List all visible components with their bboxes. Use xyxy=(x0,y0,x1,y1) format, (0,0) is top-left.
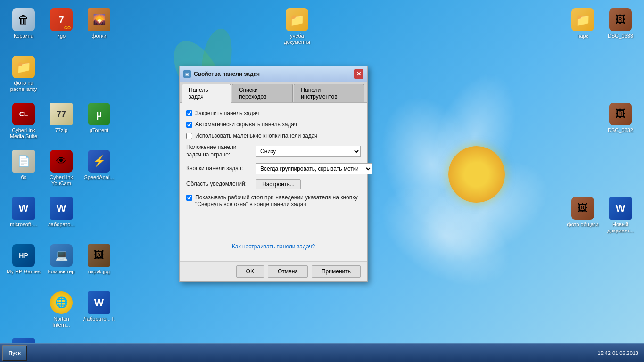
icon-dsc0333[interactable]: 🖼 DSC_0333 xyxy=(602,5,639,52)
icon-blank-r2 xyxy=(602,52,639,99)
icon-7go[interactable]: 7 GO 7go xyxy=(42,5,80,52)
icon-norton[interactable]: 🌐 Norton Intern... xyxy=(42,288,80,335)
position-row: Положение панели задач на экране: Снизу … xyxy=(186,144,361,158)
icon-bk[interactable]: 📄 бк xyxy=(5,146,42,193)
help-link[interactable]: Как настраивать панели задач? xyxy=(232,243,315,250)
buttons-label: Кнопки панели задач: xyxy=(186,165,252,173)
icon-park[interactable]: 📁 парк xyxy=(564,5,602,52)
autohide-taskbar-label[interactable]: Автоматически скрывать панель задач xyxy=(195,121,297,128)
icon-label: фото на распечатку xyxy=(7,80,41,92)
photos-icon: 🌄 xyxy=(88,8,110,31)
bk-icon: 📄 xyxy=(12,150,35,173)
icon-recycle[interactable]: 🗑 Корзина xyxy=(5,5,42,52)
link-area: Как настраивать панели задач? xyxy=(186,240,361,255)
dialog-title-icon: ▣ xyxy=(183,70,191,78)
icon-label: CyberLink Media Suite xyxy=(7,127,41,140)
speedanal-icon: ⚡ xyxy=(88,150,110,173)
laborat2-icon: W xyxy=(88,291,110,314)
icon-microsoft[interactable]: W microsoft-... xyxy=(5,193,42,240)
tab-jumplists[interactable]: Списки переходов xyxy=(232,84,293,102)
recycle-icon: 🗑 xyxy=(12,8,35,31)
icon-youcam[interactable]: 👁 CyberLink YouCam xyxy=(42,146,80,193)
dialog-tabs: Панель задач Списки переходов Панели инс… xyxy=(180,82,367,103)
show-desktop-label[interactable]: Показывать рабочий стол при наведении ук… xyxy=(195,194,361,207)
dsc0333-icon: 🖼 xyxy=(609,8,632,31)
icon-laborator[interactable]: W лаборато... xyxy=(42,193,80,240)
small-buttons-label[interactable]: Использовать маленькие кнопки панели зад… xyxy=(195,132,317,139)
checkbox-lock-row: Закрепить панель задач xyxy=(186,110,361,116)
microsoft-icon: W xyxy=(12,197,35,220)
notifications-label: Область уведомлений: xyxy=(186,181,252,188)
77zip-icon: 77 xyxy=(50,103,73,125)
ucheба-icon: 📁 xyxy=(286,8,308,31)
norton-icon: 🌐 xyxy=(50,291,73,314)
foto-obsch-icon: 🖼 xyxy=(571,197,594,220)
icon-utorrent[interactable]: µ µTorrent xyxy=(80,99,118,146)
buttons-row: Кнопки панели задач: Всегда группировать… xyxy=(186,163,361,174)
icon-speedanal[interactable]: ⚡ SpeedAnal... xyxy=(80,146,118,193)
icon-label: Компьютер xyxy=(48,269,75,275)
new-doc-icon: W xyxy=(609,197,632,220)
taskbar-time: 15:42 xyxy=(597,350,611,356)
icon-77zip[interactable]: 77 77zip xyxy=(42,99,80,146)
dialog-footer: OK Отмена Применить xyxy=(180,261,367,281)
cancel-button[interactable]: Отмена xyxy=(268,265,308,278)
icon-new-doc[interactable]: W Новый документ... xyxy=(602,193,639,240)
icon-label: бк xyxy=(21,174,26,181)
icon-label: DSC_0332 xyxy=(608,127,633,133)
icon-foto-obsch[interactable]: 🖼 фото общаги xyxy=(564,193,602,240)
small-buttons-checkbox[interactable] xyxy=(186,133,192,139)
icon-label: 77zip xyxy=(55,127,67,133)
icon-label: парк xyxy=(577,33,588,39)
icon-label: Лаборато... l. xyxy=(83,316,115,322)
buttons-select[interactable]: Всегда группировать, скрывать метки Груп… xyxy=(256,163,372,174)
autohide-taskbar-checkbox[interactable] xyxy=(186,122,192,128)
icon-label: фотки xyxy=(92,33,107,39)
icon-label: Новый документ... xyxy=(603,222,637,234)
laborator-icon: W xyxy=(50,197,73,220)
icon-ucheба[interactable]: 📁 учеба документы xyxy=(278,5,316,49)
position-label: Положение панели задач на экране: xyxy=(186,144,252,158)
youcam-icon: 👁 xyxy=(50,150,73,173)
checkbox-autohide-row: Автоматически скрывать панель задач xyxy=(186,121,361,128)
icon-uvpvk[interactable]: 🖼 uvpvk.jpg xyxy=(80,240,118,288)
icon-label: фото общаги xyxy=(567,222,599,228)
tab-toolbars[interactable]: Панели инструментов xyxy=(294,84,364,102)
icon-label: учеба документы xyxy=(280,33,314,45)
icon-blank-r3 xyxy=(564,99,602,146)
start-button[interactable]: Пуск xyxy=(2,345,27,361)
icon-cyberlink[interactable]: CL CyberLink Media Suite xyxy=(5,99,42,146)
icon-label: uvpvk.jpg xyxy=(88,269,110,275)
icon-label: My HP Games xyxy=(7,269,40,275)
lock-taskbar-label[interactable]: Закрепить панель задач xyxy=(195,110,259,116)
tab-taskbar[interactable]: Панель задач xyxy=(182,84,231,103)
show-desktop-row: Показывать рабочий стол при наведении ук… xyxy=(186,194,361,207)
7go-icon: 7 GO xyxy=(50,8,73,31)
notifications-row: Область уведомлений: Настроить... xyxy=(186,179,361,189)
icon-blank-r5 xyxy=(602,146,639,193)
icon-computer[interactable]: 💻 Компьютер xyxy=(42,240,80,288)
apply-button[interactable]: Применить xyxy=(312,265,361,278)
icon-photos[interactable]: 🌄 фотки xyxy=(80,5,118,52)
taskbar-date: 01.06.2013 xyxy=(612,350,638,356)
show-desktop-checkbox[interactable] xyxy=(186,195,192,201)
taskbar: Пуск 15:42 01.06.2013 xyxy=(0,343,644,362)
icon-label: 7go xyxy=(57,33,66,39)
checkbox-small-row: Использовать маленькие кнопки панели зад… xyxy=(186,132,361,139)
myhp-icon: HP xyxy=(12,244,35,267)
ok-button[interactable]: OK xyxy=(236,265,264,278)
icon-myhp[interactable]: HP My HP Games xyxy=(5,240,42,288)
icon-print-photos[interactable]: 📁 фото на распечатку xyxy=(5,52,42,99)
icon-laborat2[interactable]: W Лаборато... l. xyxy=(80,288,118,335)
position-select[interactable]: Снизу Сверху Слева Справа xyxy=(256,146,361,157)
icon-label: Norton Intern... xyxy=(44,316,78,328)
desktop: 🗑 Корзина 7 GO 7go 🌄 фотки 📁 фото на рас… xyxy=(0,0,644,362)
icon-dsc0332[interactable]: 🖼 DSC_0332 xyxy=(602,99,639,146)
dialog-close-button[interactable]: ✕ xyxy=(354,69,363,79)
computer-icon: 💻 xyxy=(50,244,73,267)
notifications-configure-button[interactable]: Настроить... xyxy=(256,179,301,189)
icon-blank-r4 xyxy=(564,146,602,193)
utorrent-icon: µ xyxy=(88,103,110,125)
lock-taskbar-checkbox[interactable] xyxy=(186,110,192,116)
icon-label: Корзина xyxy=(14,33,33,39)
